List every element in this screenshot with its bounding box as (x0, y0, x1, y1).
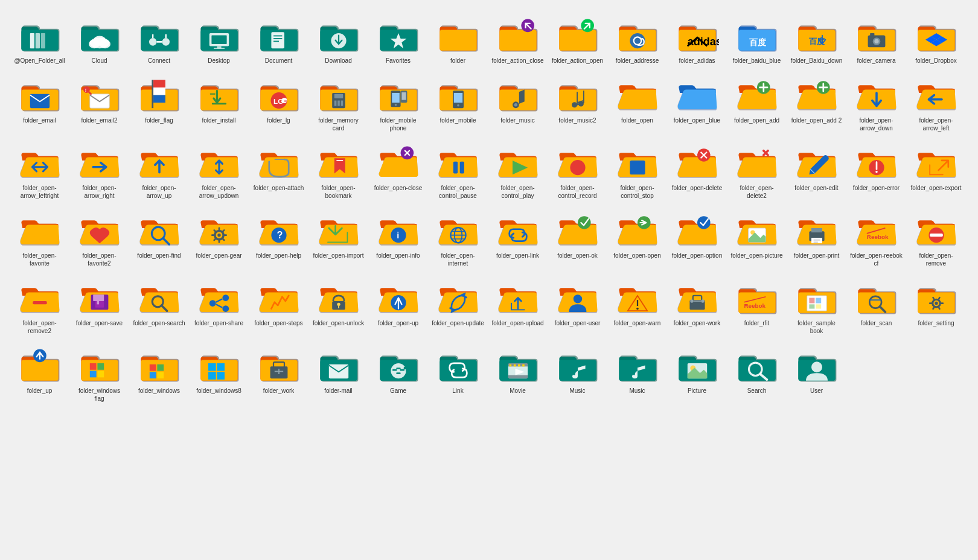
icon-item-folder-mobile[interactable]: folder_mobile (429, 71, 487, 136)
icon-item-folder-baidu-down[interactable]: 百度 folder_Baidu_down (788, 11, 845, 68)
icon-item-folder-open-remove[interactable]: folder_open-remove (907, 206, 965, 271)
icon-item-folder-addresse[interactable]: folder_addresse (609, 11, 666, 68)
icon-item-desktop[interactable]: Desktop (190, 11, 248, 68)
icon-item-folder-scan[interactable]: folder_scan (848, 273, 905, 339)
icon-item-folder-baidu-blue[interactable]: 百度 folder_baidu_blue (728, 11, 785, 68)
icon-item-folder-open-bookmark[interactable]: folder_open-bookmark (310, 138, 367, 203)
icon-item-folder-action-close[interactable]: folder_action_close (489, 11, 546, 68)
icon-item-folder-up[interactable]: folder_up (11, 341, 68, 406)
icon-item-folder-open-picture[interactable]: folder_open-picture (728, 206, 785, 271)
icon-item-folder-open-search[interactable]: folder_open-search (130, 273, 188, 339)
icon-item-folder-windows-flag[interactable]: folder_windows flag (71, 341, 128, 406)
icon-item-folder-flag[interactable]: folder_flag (130, 71, 188, 136)
icon-item-folder-open-info[interactable]: i folder_open-info (369, 206, 427, 271)
icon-item-folder-open-gear[interactable]: folder_open-gear (190, 206, 248, 271)
icon-item-folder-open-control-stop[interactable]: folder_open-control_stop (609, 138, 666, 203)
icon-item-folder-email[interactable]: folder_email (11, 71, 68, 136)
icon-item-folder-open-user[interactable]: folder_open-user (549, 273, 606, 339)
icon-item-folder-setting[interactable]: folder_setting (907, 273, 965, 339)
icon-item-folder-open-arrow-down[interactable]: folder_open-arrow_down (848, 71, 905, 136)
icon-item-music-teal[interactable]: Music (549, 341, 606, 406)
icon-item-folder-open-option[interactable]: folder_open-option (668, 206, 726, 271)
icon-item-folder-music2[interactable]: folder_music2 (549, 71, 606, 136)
icon-item-folder-action-open[interactable]: folder_action_open (549, 11, 606, 68)
icon-item-folder-open-arrow-left[interactable]: folder_open-arrow_left (907, 71, 965, 136)
icon-item-folder-open-close[interactable]: folder_open-close (369, 138, 427, 203)
icon-item-folder-work[interactable]: folder_work (250, 341, 307, 406)
icon-item-folder-open-control-pause[interactable]: folder_open-control_pause (429, 138, 487, 203)
icon-item-folder-open-error[interactable]: folder_open-error (848, 138, 905, 203)
icon-item-folder-install[interactable]: folder_install (190, 71, 248, 136)
icon-item-folder-open[interactable]: folder_open (609, 71, 666, 136)
icon-item-folder-open-blue[interactable]: folder_open_blue (668, 71, 726, 136)
icon-item-folder-open-reebok[interactable]: Reebok folder_open-reebok cf (848, 206, 905, 271)
icon-item-folder-open-add[interactable]: folder_open_add (728, 71, 785, 136)
icon-item-folder-open-ok[interactable]: folder_open-ok (549, 206, 606, 271)
icon-folder-open-picture (733, 209, 781, 252)
svg-rect-38 (153, 80, 165, 88)
icon-item-folder-open-link[interactable]: folder_open-link (489, 206, 546, 271)
icon-item-folder-open-import[interactable]: folder_open-import (310, 206, 367, 271)
icon-item-folder-open-control-record[interactable]: folder_open-control_record (549, 138, 606, 203)
icon-item-folder-open-arrow-leftright[interactable]: folder_open-arrow_leftright (11, 138, 68, 203)
icon-item-picture[interactable]: Picture (668, 341, 726, 406)
icon-item-folder-open-find[interactable]: folder_open-find (130, 206, 188, 271)
icon-item-connect[interactable]: Connect (130, 11, 188, 68)
icon-item-folder-open-work[interactable]: folder_open-work (668, 273, 726, 339)
icon-item-download[interactable]: Download (310, 11, 367, 68)
icon-item-folder-mobilephone[interactable]: folder_mobile phone (369, 71, 427, 136)
icon-item-folder-windows8[interactable]: folder_windows8 (190, 341, 248, 406)
icon-item-folder-open-arrow-right[interactable]: folder_open-arrow_right (71, 138, 128, 203)
icon-item-folder-email2[interactable]: ! folder_email2 (71, 71, 128, 136)
icon-item-folder-open-unlock[interactable]: folder_open-unlock (310, 273, 367, 339)
icon-item-folder-memorycard[interactable]: folder_memory card (310, 71, 367, 136)
icon-item-folder-dropbox[interactable]: folder_Dropbox (907, 11, 965, 68)
icon-item-folder-rfit[interactable]: Reebok folder_rfit (728, 273, 785, 339)
icon-item-folder-open-save[interactable]: folder_open-save (71, 273, 128, 339)
icon-item-folder-open-update[interactable]: folder_open-update (429, 273, 487, 339)
icon-item-folder-open-edit[interactable]: folder_open-edit (788, 138, 845, 203)
icon-item-open-folder-all[interactable]: @Open_Folder_all (11, 11, 68, 68)
icon-item-folder-open-arrow-updown[interactable]: folder_open-arrow_updown (190, 138, 248, 203)
icon-item-link[interactable]: Link (429, 341, 487, 406)
icon-item-folder-samplebook[interactable]: folder_sample book (788, 273, 845, 339)
icon-item-folder-lg[interactable]: LG folder_lg (250, 71, 307, 136)
icon-item-folder-open-delete[interactable]: folder_open-delete (668, 138, 726, 203)
icon-item-folder-open-arrow-up[interactable]: folder_open-arrow_up (130, 138, 188, 203)
icon-item-folder-open-add2[interactable]: folder_open_add 2 (788, 71, 845, 136)
icon-item-document[interactable]: Document (250, 11, 307, 68)
icon-item-folder-open-print[interactable]: folder_open-print (788, 206, 845, 271)
icon-item-folder-open-remove2[interactable]: folder_open-remove2 (11, 273, 68, 339)
svg-point-31 (874, 39, 878, 43)
icon-item-folder-open-favorite2[interactable]: folder_open-favorite2 (71, 206, 128, 271)
icon-item-folder-open-share[interactable]: folder_open-share (190, 273, 248, 339)
icon-item-movie[interactable]: Movie (489, 341, 546, 406)
icon-item-cloud[interactable]: Cloud (71, 11, 128, 68)
icon-item-folder-open-up[interactable]: folder_open-up (369, 273, 427, 339)
icon-item-folder-open-warn[interactable]: folder_open-warn (609, 273, 666, 339)
icon-item-game[interactable]: Game (369, 341, 427, 406)
icon-label-folder-dropbox: folder_Dropbox (915, 57, 956, 65)
icon-item-folder-music[interactable]: folder_music (489, 71, 546, 136)
icon-item-folder-windows[interactable]: folder_windows (130, 341, 188, 406)
icon-item-folder-open-delete2[interactable]: folder_open-delete2 (728, 138, 785, 203)
icon-item-folder-adidas[interactable]: adidas folder_adidas (668, 11, 726, 68)
icon-item-folder-open-favorite[interactable]: folder_open-favorite (11, 206, 68, 271)
icon-item-folder-open-steps[interactable]: folder_open-steps (250, 273, 307, 339)
icon-item-folder-open-open[interactable]: folder_open-open (609, 206, 666, 271)
icon-item-folder[interactable]: folder (429, 11, 487, 68)
icon-item-folder-open-attach[interactable]: folder_open-attach (250, 138, 307, 203)
icon-item-user[interactable]: User (788, 341, 845, 406)
icon-item-favorites[interactable]: Favorites (369, 11, 427, 68)
icon-label-folder-open-picture: folder_open-picture (730, 252, 782, 259)
icon-item-search[interactable]: Search (728, 341, 785, 406)
icon-item-folder-open-help[interactable]: ? folder_open-help (250, 206, 307, 271)
icon-item-folder-open-upload[interactable]: folder_open-upload (489, 273, 546, 339)
icon-item-folder-open-internet[interactable]: folder_open-internet (429, 206, 487, 271)
icon-item-folder-mail[interactable]: folder-mail (310, 341, 367, 406)
icon-item-folder-open-control-play[interactable]: folder_open-control_play (489, 138, 546, 203)
svg-rect-40 (153, 95, 165, 103)
icon-item-folder-open-export[interactable]: folder_open-export (907, 138, 965, 203)
icon-item-folder-camera[interactable]: folder_camera (848, 11, 905, 68)
icon-item-music2-teal[interactable]: Music (609, 341, 666, 406)
